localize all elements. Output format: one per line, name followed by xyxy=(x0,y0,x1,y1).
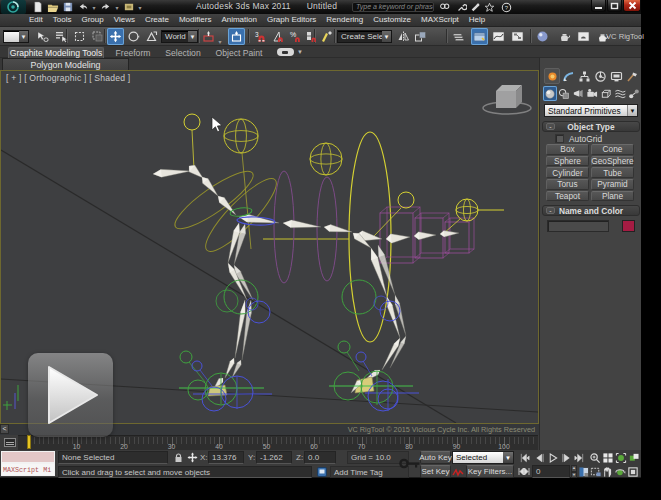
hierarchy-tab-icon[interactable] xyxy=(576,68,592,84)
menu-create[interactable]: Create xyxy=(140,14,174,26)
create-box-button[interactable]: Box xyxy=(546,144,589,155)
menu-modifiers[interactable]: Modifiers xyxy=(174,14,216,26)
coord-system-dropdown[interactable]: World▼ xyxy=(161,30,198,43)
auto-key-button[interactable]: Auto Key xyxy=(420,451,451,464)
space-warps-icon[interactable] xyxy=(613,86,627,101)
ribbon-tab-object-paint[interactable]: Object Paint xyxy=(208,47,270,58)
zoom-icon[interactable] xyxy=(589,452,601,464)
menu-views[interactable]: Views xyxy=(109,14,140,26)
zoom-extents-all-icon[interactable] xyxy=(628,452,640,464)
schematic-view-icon[interactable] xyxy=(509,28,526,45)
rollout-header[interactable]: - Name and Color xyxy=(542,205,640,216)
ribbon-caret-icon[interactable]: ▼ xyxy=(297,49,303,55)
snaps-toggle-3d-icon[interactable]: 3 xyxy=(252,28,269,45)
pan-hand-icon[interactable] xyxy=(601,466,613,478)
zoom-all-icon[interactable] xyxy=(602,452,614,464)
menu-help[interactable]: Help xyxy=(464,14,490,26)
restore-button[interactable] xyxy=(607,0,622,12)
spinner-snap-icon[interactable] xyxy=(302,28,319,45)
layer-manager-icon[interactable] xyxy=(450,28,467,45)
zoom-extents-icon[interactable] xyxy=(615,452,627,464)
curve-editor-icon[interactable] xyxy=(490,28,507,45)
create-cylinder-button[interactable]: Cylinder xyxy=(546,167,589,178)
collapse-icon[interactable]: - xyxy=(546,207,555,214)
mini-curve-editor-icon[interactable] xyxy=(4,438,16,447)
menu-tools[interactable]: Tools xyxy=(48,14,77,26)
menu-rendering[interactable]: Rendering xyxy=(321,14,368,26)
keyboard-shortcut-override-icon[interactable] xyxy=(318,28,335,45)
favorites-star-icon[interactable] xyxy=(483,1,496,13)
dropdown-caret-icon[interactable]: ▾ xyxy=(137,1,143,13)
orbit-icon[interactable] xyxy=(614,466,626,478)
shapes-icon[interactable] xyxy=(557,86,571,101)
new-document-icon[interactable] xyxy=(31,1,44,13)
set-key-button[interactable]: Set Key xyxy=(420,465,451,478)
key-mode-toggle-icon[interactable] xyxy=(518,466,530,477)
display-tab-icon[interactable] xyxy=(608,68,624,84)
communication-center-icon[interactable] xyxy=(469,1,482,13)
select-and-move-icon[interactable] xyxy=(107,28,124,45)
help-icon[interactable]: ? xyxy=(500,1,513,13)
time-slider-back-button[interactable]: < xyxy=(0,424,9,434)
create-pyramid-button[interactable]: Pyramid xyxy=(591,179,634,190)
object-name-field[interactable] xyxy=(547,220,609,232)
menu-group[interactable]: Group xyxy=(76,14,108,26)
helpers-icon[interactable] xyxy=(599,86,613,101)
next-frame-icon[interactable] xyxy=(559,452,572,464)
autogrid-checkbox[interactable] xyxy=(555,134,564,143)
y-coordinate-field[interactable]: -1.262 xyxy=(256,451,292,464)
time-slider-marker[interactable] xyxy=(27,435,31,449)
key-filter-set-dropdown[interactable]: Selected ▼ xyxy=(452,451,514,464)
key-filters-button[interactable]: Key Filters... xyxy=(466,465,514,478)
default-in-out-tangent-icon[interactable] xyxy=(452,466,464,478)
category-dropdown[interactable]: Standard Primitives ▼ xyxy=(544,104,638,117)
minimize-button[interactable] xyxy=(591,0,606,12)
ribbon-tab-selection[interactable]: Selection xyxy=(160,47,206,58)
menu-animation[interactable]: Animation xyxy=(216,14,262,26)
use-pivot-point-icon[interactable] xyxy=(200,28,217,45)
create-tab-icon[interactable] xyxy=(544,68,560,84)
mirror-icon[interactable] xyxy=(395,28,412,45)
select-and-rotate-icon[interactable] xyxy=(125,28,142,45)
ribbon-tab-graphite-modeling-tools[interactable]: Graphite Modeling Tools xyxy=(8,47,104,58)
graphite-modeling-toggle-icon[interactable] xyxy=(471,28,488,45)
maxscript-mini-listener-macro[interactable] xyxy=(1,451,55,463)
ribbon-tab-freeform[interactable]: Freeform xyxy=(108,47,158,58)
window-crossing-icon[interactable] xyxy=(89,28,106,45)
redo-icon[interactable] xyxy=(99,1,112,13)
systems-icon[interactable] xyxy=(627,86,641,101)
time-configuration-icon[interactable] xyxy=(578,466,589,477)
select-and-scale-icon[interactable] xyxy=(143,28,160,45)
rendered-frame-window-icon[interactable] xyxy=(575,28,592,45)
create-cone-button[interactable]: Cone xyxy=(591,144,634,155)
menu-customize[interactable]: Customize xyxy=(368,14,416,26)
maximize-viewport-icon[interactable] xyxy=(627,466,639,478)
previous-frame-icon[interactable] xyxy=(533,452,546,464)
close-button[interactable] xyxy=(623,0,641,12)
dropdown-caret-icon[interactable]: ▾ xyxy=(114,1,120,13)
render-setup-icon[interactable] xyxy=(556,28,573,45)
selection-filter-dropdown[interactable]: ▼ xyxy=(3,30,29,43)
menu-graph-editors[interactable]: Graph Editors xyxy=(262,14,321,26)
go-to-start-icon[interactable] xyxy=(518,452,531,464)
lights-icon[interactable] xyxy=(571,86,585,101)
search-input[interactable]: Type a keyword or phrase xyxy=(352,2,434,12)
named-selection-sets-dropdown[interactable]: Create Selection Se▼ xyxy=(337,30,392,43)
wrench-icon[interactable] xyxy=(455,1,468,13)
absolute-offset-mode-icon[interactable] xyxy=(186,452,198,463)
select-and-link-icon[interactable] xyxy=(34,28,51,45)
vc-rigtool-toolbar-label[interactable]: VC RigTool xyxy=(606,32,644,41)
current-frame-field[interactable]: 0 xyxy=(532,465,570,478)
align-icon[interactable] xyxy=(412,28,429,45)
play-icon[interactable] xyxy=(546,452,559,464)
cameras-icon[interactable] xyxy=(585,86,599,101)
rollout-header[interactable]: - Object Type xyxy=(542,121,640,132)
viewport-label[interactable]: [ + ] [ Orthographic ] [ Shaded ] xyxy=(6,73,130,83)
create-sphere-button[interactable]: Sphere xyxy=(546,156,589,167)
selection-lock-icon[interactable] xyxy=(173,452,184,463)
angle-snap-icon[interactable] xyxy=(270,28,287,45)
menu-maxscript[interactable]: MAXScript xyxy=(416,14,464,26)
project-folder-icon[interactable] xyxy=(122,1,135,13)
create-teapot-button[interactable]: Teapot xyxy=(546,191,589,202)
go-to-end-icon[interactable] xyxy=(572,452,585,464)
